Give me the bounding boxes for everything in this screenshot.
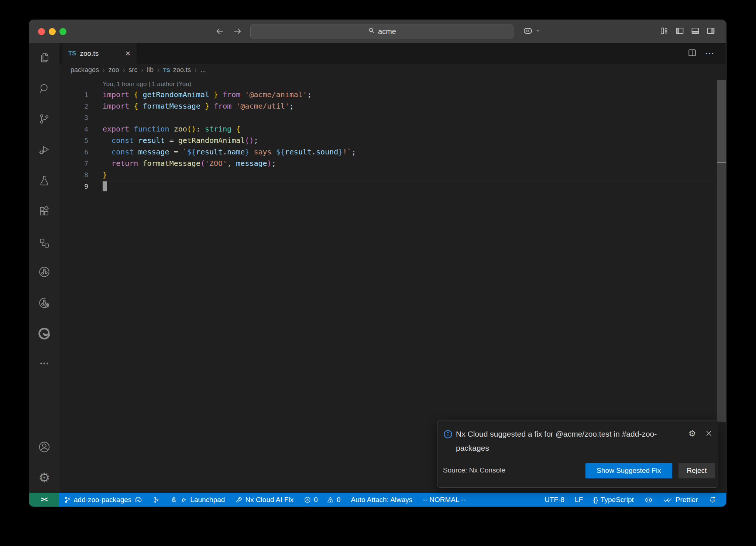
- vscode-window: acme ⚙ TS zoo.ts: [29, 20, 726, 507]
- close-tab-icon[interactable]: ✕: [125, 50, 131, 58]
- notification-toast: Nx Cloud suggested a fix for @acme/zoo:t…: [437, 420, 718, 488]
- account-icon[interactable]: [37, 440, 52, 454]
- breadcrumb-item[interactable]: packages: [71, 66, 99, 74]
- error-count: 0: [314, 496, 318, 504]
- edge-browser-icon[interactable]: [37, 326, 52, 341]
- breadcrumb-item[interactable]: zoo: [109, 66, 119, 74]
- vim-block-cursor: [103, 181, 107, 191]
- launchpad-label: Launchpad: [190, 496, 225, 504]
- extensions-icon[interactable]: [37, 204, 52, 219]
- search-icon[interactable]: [37, 81, 52, 96]
- zoom-window-button[interactable]: [59, 28, 66, 35]
- copilot-menu[interactable]: [522, 25, 541, 38]
- nx-fix-label: Nx Cloud AI Fix: [245, 496, 293, 504]
- breadcrumb-separator-icon: ›: [103, 66, 105, 74]
- problems-item[interactable]: 0 0: [299, 493, 346, 506]
- line-number: 4: [59, 123, 100, 135]
- commit-graph-item[interactable]: [147, 493, 165, 506]
- minimize-window-button[interactable]: [49, 28, 56, 35]
- project-references-icon[interactable]: [37, 236, 52, 250]
- customize-layout-icon[interactable]: [659, 26, 669, 37]
- code-line-content: }: [100, 169, 107, 181]
- code-line[interactable]: 7 return formatMessage('ZOO', message);: [59, 158, 726, 169]
- search-icon: [368, 27, 375, 36]
- command-center-search[interactable]: acme: [250, 24, 513, 39]
- line-number: 7: [59, 158, 100, 169]
- tab-zoo-ts[interactable]: TS zoo.ts ✕: [62, 43, 137, 64]
- rocket-icon: [170, 496, 178, 504]
- breadcrumb-separator-icon: ›: [195, 66, 197, 74]
- close-window-button[interactable]: [38, 28, 45, 35]
- code-line[interactable]: 8}: [59, 169, 726, 181]
- breadcrumb-overflow[interactable]: ...: [200, 66, 206, 74]
- show-suggested-fix-button[interactable]: Show Suggested Fix: [585, 463, 672, 478]
- code-line[interactable]: 5 const result = getRandomAnimal();: [59, 135, 726, 146]
- notification-close-icon[interactable]: [705, 429, 713, 439]
- more-views-icon[interactable]: [37, 356, 52, 371]
- search-query-text: acme: [378, 27, 396, 36]
- source-control-icon[interactable]: [37, 112, 52, 126]
- status-bar: >< add-zoo-packages Launchpad Nx Cloud A…: [29, 493, 726, 506]
- eol-item[interactable]: LF: [570, 493, 588, 506]
- settings-gear-icon[interactable]: ⚙: [37, 470, 52, 485]
- vim-mode-indicator[interactable]: -- NORMAL --: [417, 493, 471, 506]
- editor-scrollbar[interactable]: [717, 80, 726, 422]
- more-actions-icon[interactable]: ⋯: [705, 48, 714, 59]
- window-controls: [38, 28, 66, 35]
- chevron-down-icon: [536, 28, 541, 35]
- tab-label: zoo.ts: [80, 50, 99, 58]
- back-arrow-icon[interactable]: [215, 26, 225, 36]
- code-lines: 1import { getRandomAnimal } from '@acme/…: [59, 89, 726, 192]
- activity-bar: ⚙: [29, 43, 59, 493]
- code-line[interactable]: 3: [59, 112, 726, 123]
- breadcrumb-separator-icon: ›: [141, 66, 143, 74]
- warning-count: 0: [337, 496, 341, 504]
- notification-settings-gear-icon[interactable]: ⚙: [688, 429, 696, 438]
- code-line-content: const message = `${result.name} says ${r…: [100, 146, 356, 158]
- forward-arrow-icon[interactable]: [233, 26, 243, 36]
- breadcrumb-file[interactable]: TSzoo.ts: [163, 66, 191, 74]
- braces-icon: {}: [593, 496, 598, 504]
- encoding-item[interactable]: UTF-8: [539, 493, 570, 506]
- toggle-panel-icon[interactable]: [690, 26, 700, 37]
- toggle-secondary-sidebar-icon[interactable]: [706, 26, 716, 37]
- copilot-icon: [522, 25, 533, 38]
- copilot-status-item[interactable]: [639, 493, 658, 506]
- run-debug-icon[interactable]: [37, 143, 52, 157]
- breadcrumbs[interactable]: packages›zoo›src›lib›TSzoo.ts›...: [59, 64, 726, 76]
- notification-message: Nx Cloud suggested a fix for @acme/zoo:t…: [456, 427, 677, 455]
- nx-console-icon[interactable]: [37, 265, 52, 279]
- nx-cloud-icon[interactable]: [37, 296, 52, 310]
- breadcrumb-separator-icon: ›: [123, 66, 125, 74]
- formatter-label: Prettier: [676, 496, 698, 504]
- split-editor-icon[interactable]: [687, 48, 697, 59]
- explorer-icon[interactable]: [37, 50, 52, 65]
- testing-icon[interactable]: [37, 173, 52, 188]
- formatter-item[interactable]: Prettier: [658, 493, 703, 506]
- toggle-primary-sidebar-icon[interactable]: [675, 26, 685, 37]
- language-mode-item[interactable]: {} TypeScript: [588, 493, 639, 506]
- code-line[interactable]: 1import { getRandomAnimal } from '@acme/…: [59, 89, 726, 100]
- code-line[interactable]: 9: [59, 181, 726, 192]
- warning-icon: [327, 496, 334, 504]
- indent-guide: [105, 135, 105, 169]
- auto-attach-item[interactable]: Auto Attach: Always: [346, 493, 417, 506]
- line-number: 2: [59, 100, 100, 112]
- remote-indicator[interactable]: ><: [29, 493, 59, 506]
- language-label: TypeScript: [601, 496, 634, 504]
- reject-button[interactable]: Reject: [678, 463, 715, 478]
- cloud-upload-icon: [134, 496, 142, 504]
- code-line[interactable]: 4export function zoo(): string {: [59, 123, 726, 135]
- breadcrumb-item[interactable]: lib: [147, 66, 154, 74]
- error-icon: [304, 496, 311, 504]
- bell-icon: [708, 496, 717, 504]
- nx-cloud-ai-fix-item[interactable]: Nx Cloud AI Fix: [230, 493, 299, 506]
- code-line[interactable]: 6 const message = `${result.name} says $…: [59, 146, 726, 158]
- code-line[interactable]: 2import { formatMessage } from '@acme/ut…: [59, 100, 726, 112]
- git-branch-item[interactable]: add-zoo-packages: [59, 493, 147, 506]
- notifications-bell-item[interactable]: [703, 493, 722, 506]
- launchpad-item[interactable]: Launchpad: [165, 493, 230, 506]
- double-check-icon: [663, 496, 673, 504]
- code-line-content: export function zoo(): string {: [100, 123, 240, 135]
- breadcrumb-item[interactable]: src: [128, 66, 137, 74]
